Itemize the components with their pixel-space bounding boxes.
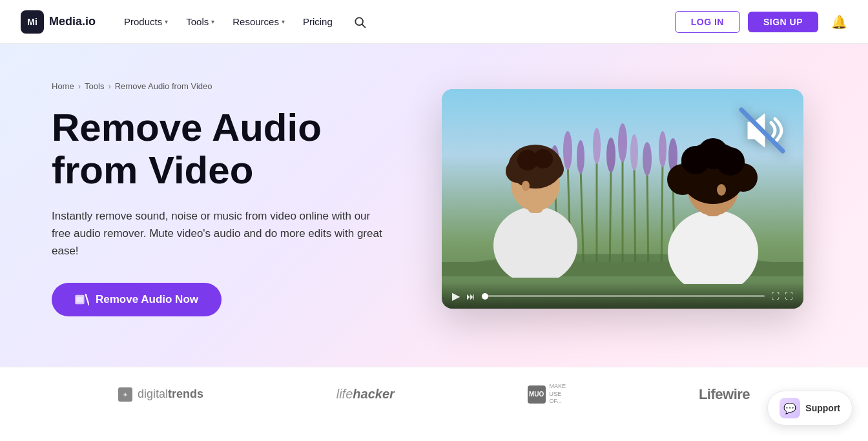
- signup-button[interactable]: SIGN UP: [748, 12, 818, 32]
- brand-lifewire: Lifewire: [699, 386, 750, 403]
- play-button[interactable]: ▶: [452, 290, 460, 302]
- svg-point-27: [493, 207, 577, 278]
- svg-point-20: [643, 142, 652, 176]
- bell-icon[interactable]: 🔔: [831, 14, 847, 30]
- svg-line-1: [362, 24, 366, 27]
- svg-point-16: [618, 123, 627, 162]
- nav-pricing[interactable]: Pricing: [295, 11, 340, 32]
- svg-point-14: [606, 138, 615, 172]
- digitaltrends-icon: +: [118, 387, 132, 402]
- person-left-svg: [477, 123, 594, 278]
- svg-point-18: [630, 134, 638, 170]
- logo-name: Media.io: [49, 15, 96, 28]
- hero-section: Home › Tools › Remove Audio from Video R…: [0, 44, 868, 367]
- remove-audio-icon: [75, 294, 89, 305]
- svg-point-35: [522, 181, 530, 191]
- breadcrumb-sep: ›: [78, 81, 81, 91]
- digitaltrends-label: digitaltrends: [138, 387, 203, 401]
- breadcrumb: Home › Tools › Remove Audio from Video: [52, 81, 416, 91]
- svg-rect-3: [76, 297, 83, 303]
- svg-point-45: [717, 184, 726, 196]
- svg-point-12: [593, 128, 601, 164]
- nav-actions: LOG IN SIGN UP 🔔: [675, 11, 847, 33]
- hero-left: Home › Tools › Remove Audio from Video R…: [52, 81, 416, 317]
- skip-button[interactable]: ⏭: [466, 291, 475, 302]
- support-button[interactable]: 💬 Support: [767, 391, 852, 421]
- nav-tools[interactable]: Tools ▾: [178, 11, 222, 32]
- fullscreen-small-icon[interactable]: ⛶: [771, 291, 780, 301]
- svg-point-36: [668, 210, 758, 284]
- svg-point-34: [533, 149, 553, 169]
- brand-digitaltrends: + digitaltrends: [118, 387, 203, 402]
- fullscreen-icon[interactable]: ⛶: [785, 291, 793, 301]
- remove-audio-button[interactable]: Remove Audio Now: [52, 283, 222, 316]
- logo[interactable]: Mi Media.io: [21, 10, 96, 34]
- logo-icon: Mi: [21, 10, 44, 34]
- hero-title: Remove Audio from Video: [52, 107, 416, 192]
- hero-description: Instantly remove sound, noise or music f…: [52, 207, 388, 260]
- video-controls-right: ⛶ ⛶: [771, 291, 793, 301]
- hero-right: ▶ ⏭ ⛶ ⛶: [442, 89, 816, 309]
- trusted-bar: + digitaltrends lifehacker MUO MAKEUSEOF…: [0, 367, 868, 421]
- chevron-down-icon: ▾: [211, 18, 214, 25]
- breadcrumb-home[interactable]: Home: [52, 81, 74, 91]
- nav-products[interactable]: Products ▾: [116, 11, 176, 32]
- lifehacker-label: lifehacker: [336, 387, 395, 402]
- brand-muo: MUO MAKEUSEOF...: [528, 383, 566, 405]
- mute-icon: [736, 105, 788, 156]
- progress-dot: [482, 293, 488, 300]
- support-icon: 💬: [780, 398, 800, 418]
- video-controls: ▶ ⏭ ⛶ ⛶: [442, 282, 803, 309]
- nav-resources[interactable]: Resources ▾: [225, 11, 293, 32]
- breadcrumb-current: Remove Audio from Video: [115, 81, 212, 91]
- breadcrumb-tools[interactable]: Tools: [85, 81, 104, 91]
- search-icon[interactable]: [348, 10, 371, 34]
- video-panel: ▶ ⏭ ⛶ ⛶: [442, 89, 803, 309]
- chevron-down-icon: ▾: [165, 18, 168, 25]
- nav-links: Products ▾ Tools ▾ Resources ▾ Pricing: [116, 10, 675, 34]
- breadcrumb-sep2: ›: [108, 81, 110, 91]
- chevron-down-icon: ▾: [282, 18, 285, 25]
- svg-line-4: [85, 294, 88, 305]
- navbar: Mi Media.io Products ▾ Tools ▾ Resources…: [0, 0, 868, 44]
- progress-bar[interactable]: [482, 295, 765, 297]
- login-button[interactable]: LOG IN: [675, 11, 740, 33]
- brand-lifehacker: lifehacker: [336, 387, 395, 402]
- lifewire-label: Lifewire: [699, 386, 750, 403]
- support-label: Support: [805, 403, 840, 413]
